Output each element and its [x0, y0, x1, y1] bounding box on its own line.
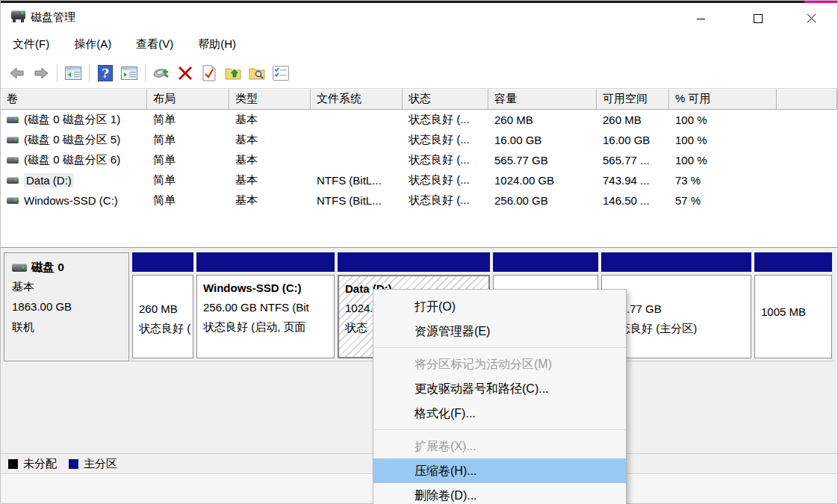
volume-free: 146.50 ...	[597, 190, 669, 211]
disk-management-app-icon	[11, 10, 25, 22]
volume-capacity: 16.00 GB	[488, 130, 597, 150]
header-filler	[777, 89, 837, 110]
close-button[interactable]	[795, 5, 829, 32]
volume-list-header: 卷 布局 类型 文件系统 状态 容量 可用空间 % 可用	[1, 89, 837, 110]
help-icon[interactable]: ?	[93, 63, 117, 84]
disk-icon	[12, 264, 27, 272]
toolbar-separator	[57, 64, 58, 82]
legend-primary-label: 主分区	[84, 457, 117, 471]
check-document-icon[interactable]	[197, 63, 221, 84]
back-icon[interactable]	[5, 63, 29, 84]
partition-header	[338, 252, 490, 272]
svg-text:?: ?	[102, 66, 109, 81]
volume-free: 260 MB	[597, 110, 669, 130]
volume-pct: 73 %	[669, 170, 777, 190]
volume-name: Windows-SSD (C:)	[24, 194, 118, 207]
primary-partition-swatch	[69, 459, 78, 469]
menu-item-change-drive-letter[interactable]: 更改驱动器号和路径(C)...	[373, 376, 626, 401]
volume-name: (磁盘 0 磁盘分区 5)	[24, 133, 120, 147]
partition-windows-ssd-c[interactable]: Windows-SSD (C:) 256.00 GB NTFS (Bit 状态良…	[196, 252, 335, 361]
volume-capacity: 565.77 GB	[488, 150, 597, 170]
table-row[interactable]: (磁盘 0 磁盘分区 6) 简单 基本 状态良好 (... 565.77 GB …	[1, 150, 837, 170]
window-title: 磁盘管理	[31, 10, 75, 25]
volume-icon	[7, 157, 19, 164]
menu-view[interactable]: 查看(V)	[127, 32, 182, 57]
menu-item-open[interactable]: 打开(O)	[373, 294, 626, 319]
volume-pct: 100 %	[669, 130, 777, 150]
menu-help[interactable]: 帮助(H)	[189, 32, 245, 57]
table-row[interactable]: (磁盘 0 磁盘分区 5) 简单 基本 状态良好 (... 16.00 GB 1…	[1, 130, 837, 150]
table-row[interactable]: (磁盘 0 磁盘分区 1) 简单 基本 状态良好 (... 260 MB 260…	[1, 110, 837, 130]
partition-1005mb[interactable]: 1005 MB	[754, 252, 832, 361]
volume-status: 状态良好 (...	[403, 190, 488, 211]
menu-item-explorer[interactable]: 资源管理器(E)	[373, 319, 626, 343]
volume-type: 基本	[229, 170, 311, 190]
volume-type: 基本	[229, 110, 311, 130]
header-volume[interactable]: 卷	[1, 89, 147, 110]
table-row-selected[interactable]: Data (D:) 简单 基本 NTFS (BitL... 状态良好 (... …	[1, 170, 837, 190]
volume-capacity: 256.00 GB	[488, 190, 597, 211]
partition-size: 565.77 GB	[608, 299, 745, 319]
volume-type: 基本	[229, 150, 311, 170]
disk-size: 1863.00 GB	[12, 296, 121, 317]
volume-capacity: 260 MB	[488, 110, 597, 130]
header-type[interactable]: 类型	[229, 89, 311, 110]
volume-icon	[7, 137, 19, 143]
volume-type: 基本	[229, 190, 311, 211]
partition-header	[493, 252, 598, 272]
header-filesystem[interactable]: 文件系统	[311, 89, 403, 110]
minimize-button[interactable]	[684, 5, 718, 32]
header-pct-free[interactable]: % 可用	[669, 89, 777, 110]
volume-list: 卷 布局 类型 文件系统 状态 容量 可用空间 % 可用 (磁盘 0 磁盘分区 …	[1, 89, 837, 247]
action-pane-icon[interactable]	[117, 63, 141, 84]
disk-0-info-panel[interactable]: 磁盘 0 基本 1863.00 GB 联机	[4, 252, 129, 361]
menu-item-delete-volume[interactable]: 删除卷(D)...	[373, 483, 626, 504]
menu-action[interactable]: 操作(A)	[65, 32, 120, 57]
volume-pct: 57 %	[669, 190, 777, 211]
volume-free: 565.77 ...	[597, 150, 669, 170]
checklist-icon[interactable]	[269, 63, 293, 84]
partition-header	[132, 252, 193, 272]
volume-fs	[311, 110, 403, 130]
forward-icon[interactable]	[29, 63, 53, 84]
folder-up-icon[interactable]	[221, 63, 245, 84]
header-capacity[interactable]: 容量	[488, 89, 597, 110]
volume-name: (磁盘 0 磁盘分区 6)	[24, 153, 120, 167]
menu-item-shrink-volume[interactable]: 压缩卷(H)...	[373, 458, 626, 483]
disk-type: 基本	[12, 276, 121, 296]
menu-item-format[interactable]: 格式化(F)...	[373, 401, 626, 426]
volume-layout: 简单	[147, 150, 229, 170]
volume-fs: NTFS (BitL...	[311, 190, 403, 211]
volume-name: Data (D:)	[24, 173, 74, 187]
partition-status: 状态良好 (	[139, 319, 187, 338]
console-tree-icon[interactable]	[61, 63, 85, 84]
toolbar-separator	[89, 64, 90, 82]
menu-file[interactable]: 文件(F)	[4, 32, 58, 57]
menu-separator	[375, 429, 626, 430]
disk-status: 联机	[12, 317, 121, 337]
screen-edge-accent	[804, 1, 837, 3]
header-status[interactable]: 状态	[403, 89, 488, 110]
partition-header	[601, 252, 751, 272]
header-layout[interactable]: 布局	[147, 89, 229, 110]
volume-status: 状态良好 (...	[403, 130, 488, 150]
maximize-button[interactable]	[741, 5, 775, 32]
disk-rescan-icon[interactable]	[149, 63, 173, 84]
partition-260mb[interactable]: 260 MB 状态良好 (	[132, 252, 193, 361]
volume-layout: 简单	[147, 170, 229, 190]
partition-size: 260 MB	[139, 299, 187, 319]
header-free-space[interactable]: 可用空间	[597, 89, 669, 110]
legend-unallocated-label: 未分配	[23, 457, 57, 471]
delete-volume-icon[interactable]	[173, 63, 197, 84]
volume-status: 状态良好 (...	[403, 170, 488, 190]
toolbar-separator	[145, 64, 146, 82]
volume-fs	[311, 150, 403, 170]
title-bar: 磁盘管理	[1, 3, 837, 31]
volume-layout: 简单	[147, 110, 229, 130]
volume-free: 743.94 ...	[597, 170, 669, 190]
table-row[interactable]: Windows-SSD (C:) 简单 基本 NTFS (BitL... 状态良…	[1, 190, 837, 211]
volume-free: 16.00 GB	[597, 130, 669, 150]
folder-search-icon[interactable]	[245, 63, 269, 84]
partition-size: 256.00 GB NTFS (Bit	[203, 298, 328, 317]
partition-status: 状态良好 (主分区)	[608, 319, 745, 338]
